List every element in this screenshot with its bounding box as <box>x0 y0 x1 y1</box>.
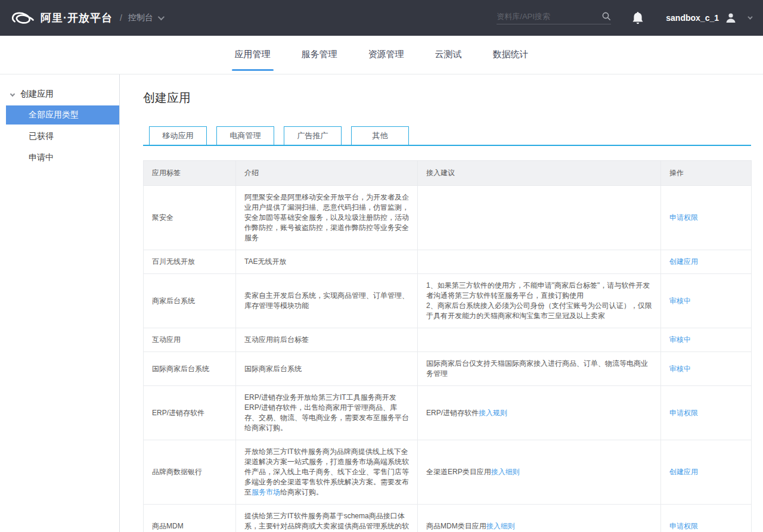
inline-link[interactable]: 接入规则 <box>479 409 507 417</box>
sidebar-item[interactable]: 全部应用类型 <box>6 105 119 125</box>
table-row: 互动应用互动应用前后台标签审核中 <box>144 328 752 352</box>
table-body: 聚安全阿里聚安全是阿里移动安全开放平台，为开发者及企业用户提供了漏洞扫描、恶意代… <box>144 186 752 532</box>
nav-tab[interactable]: 应用管理 <box>234 36 272 74</box>
app-label-cell: 百川无线开放 <box>144 250 236 274</box>
nav-tab[interactable]: 服务管理 <box>300 36 339 74</box>
nav-tab[interactable]: 云测试 <box>434 36 463 74</box>
page-title: 创建应用 <box>143 90 752 106</box>
inline-link[interactable]: 接入细则 <box>491 468 520 476</box>
text-segment: 国际商家后台系统 <box>244 365 302 373</box>
app-label-cell: 国际商家后台系统 <box>144 352 236 386</box>
app-label-cell: 商家后台系统 <box>144 274 236 328</box>
intro-cell: 提供给第三方IT软件服务商基于schema商品接口体系，主要针对品牌商或大卖家提… <box>236 505 418 532</box>
app-table: 应用标签介绍接入建议操作 聚安全阿里聚安全是阿里移动安全开放平台，为开发者及企业… <box>143 160 752 532</box>
action-link[interactable]: 申请权限 <box>669 213 698 222</box>
chevron-down-icon <box>158 14 165 20</box>
sidebar-group-create-app[interactable]: 创建应用 <box>0 85 119 103</box>
action-cell: 审核中 <box>661 328 752 352</box>
intro-cell: ERP/进销存业务开放给第三方IT工具服务商开发ERP/进销存软件，出售给商家用… <box>236 386 418 440</box>
action-cell: 创建应用 <box>661 440 752 505</box>
action-link[interactable]: 创建应用 <box>669 257 698 266</box>
category-tabs: 移动应用电商管理广告推广其他 <box>143 126 751 146</box>
action-link[interactable]: 审核中 <box>669 365 691 373</box>
intro-cell: 阿里聚安全是阿里移动安全开放平台，为开发者及企业用户提供了漏洞扫描、恶意代码扫描… <box>236 186 418 250</box>
intro-cell: 互动应用前后台标签 <box>236 328 418 352</box>
breadcrumb[interactable]: 控制台 <box>128 13 153 23</box>
category-tab[interactable]: 广告推广 <box>284 126 342 145</box>
sidebar-items: 全部应用类型已获得申请中 <box>0 105 119 167</box>
nav-tab[interactable]: 数据统计 <box>492 36 530 74</box>
sidebar-item[interactable]: 已获得 <box>0 127 119 146</box>
category-tab[interactable]: 移动应用 <box>149 126 207 145</box>
column-header: 应用标签 <box>144 161 236 186</box>
brand-title: 阿里·开放平台 <box>41 11 113 25</box>
chevron-down-icon <box>10 92 15 97</box>
sidebar-group-label: 创建应用 <box>20 89 54 99</box>
action-link[interactable]: 创建应用 <box>669 468 698 476</box>
action-cell: 申请权限 <box>661 386 752 440</box>
text-segment: 提供给第三方IT软件服务商基于schema商品接口体系，主要针对品牌商或大卖家提… <box>244 512 409 532</box>
text-segment: TAE无线开放 <box>244 257 286 266</box>
text-segment: 1、如果第三方软件的使用方，不能申请"商家后台标签"，请与软件开发者沟通将第三方… <box>426 281 652 320</box>
table-row: 商家后台系统卖家自主开发后台系统，实现商品管理、订单管理、库存管理等模块功能1、… <box>144 274 752 328</box>
text-segment: 商品MDM类目应用 <box>426 522 486 530</box>
text-segment: ERP/进销存软件 <box>426 409 479 417</box>
chevron-down-icon <box>748 14 752 19</box>
advice-cell <box>418 250 661 274</box>
main-content: 创建应用 移动应用电商管理广告推广其他 应用标签介绍接入建议操作 聚安全阿里聚安… <box>120 74 763 532</box>
table-header-row: 应用标签介绍接入建议操作 <box>144 161 752 186</box>
column-header: 接入建议 <box>418 161 661 186</box>
user-menu[interactable]: sandbox_c_1 <box>666 12 751 24</box>
intro-cell: 卖家自主开发后台系统，实现商品管理、订单管理、库存管理等模块功能 <box>236 274 418 328</box>
brand[interactable]: 阿里·开放平台 / 控制台 <box>8 9 163 27</box>
table-row: 国际商家后台系统国际商家后台系统国际商家后台仅支持天猫国际商家接入进行商品、订单… <box>144 352 752 386</box>
app-label-cell: 品牌商数据银行 <box>144 440 236 505</box>
text-segment: 给商家订购。 <box>280 488 323 496</box>
table-row: ERP/进销存软件ERP/进销存业务开放给第三方IT工具服务商开发ERP/进销存… <box>144 386 752 440</box>
category-tab[interactable]: 电商管理 <box>216 126 274 145</box>
action-link[interactable]: 审核中 <box>669 297 691 305</box>
sidebar: 创建应用 全部应用类型已获得申请中 <box>0 74 120 532</box>
action-cell: 申请权限 <box>661 186 752 250</box>
intro-cell: 开放给第三方IT软件服务商为品牌商提供线上线下全渠道解决方案一站式服务，打造服务… <box>236 440 418 505</box>
search-input[interactable] <box>497 12 601 21</box>
text-segment: 全渠道ERP类目应用 <box>426 468 491 476</box>
action-link[interactable]: 审核中 <box>669 335 691 344</box>
intro-cell: 国际商家后台系统 <box>236 352 418 386</box>
category-tab[interactable]: 其他 <box>351 126 409 145</box>
user-avatar-icon <box>725 12 737 24</box>
table-row: 品牌商数据银行开放给第三方IT软件服务商为品牌商提供线上线下全渠道解决方案一站式… <box>144 440 752 505</box>
advice-cell <box>418 186 661 250</box>
inline-link[interactable]: 接入细则 <box>486 522 515 530</box>
column-header: 介绍 <box>236 161 418 186</box>
text-segment: 互动应用前后台标签 <box>244 335 309 344</box>
text-segment: ERP/进销存业务开放给第三方IT工具服务商开发ERP/进销存软件，出售给商家用… <box>244 393 409 432</box>
sidebar-item[interactable]: 申请中 <box>0 148 119 167</box>
intro-cell: TAE无线开放 <box>236 250 418 274</box>
text-segment: 卖家自主开发后台系统，实现商品管理、订单管理、库存管理等模块功能 <box>244 291 409 310</box>
alibaba-logo-icon <box>8 9 36 27</box>
advice-cell: 商品MDM类目应用接入细则 <box>418 505 661 532</box>
top-header: 阿里·开放平台 / 控制台 sandbox_c_1 <box>0 0 763 36</box>
table-row: 百川无线开放TAE无线开放创建应用 <box>144 250 752 274</box>
header-search[interactable] <box>497 11 611 24</box>
advice-cell: 全渠道ERP类目应用接入细则 <box>418 440 661 505</box>
advice-cell: 国际商家后台仅支持天猫国际商家接入进行商品、订单、物流等电商业务管理 <box>418 352 661 386</box>
action-cell: 审核中 <box>661 274 752 328</box>
nav-tab[interactable]: 资源管理 <box>367 36 405 74</box>
app-label-cell: 商品MDM <box>144 505 236 532</box>
app-label-cell: 聚安全 <box>144 186 236 250</box>
table-row: 商品MDM提供给第三方IT软件服务商基于schema商品接口体系，主要针对品牌商… <box>144 505 752 532</box>
app-label-cell: 互动应用 <box>144 328 236 352</box>
text-segment: 阿里聚安全是阿里移动安全开放平台，为开发者及企业用户提供了漏洞扫描、恶意代码扫描… <box>244 193 409 242</box>
action-link[interactable]: 申请权限 <box>669 409 698 417</box>
advice-cell <box>418 328 661 352</box>
action-cell: 审核中 <box>661 352 752 386</box>
advice-cell: ERP/进销存软件接入规则 <box>418 386 661 440</box>
advice-cell: 1、如果第三方软件的使用方，不能申请"商家后台标签"，请与软件开发者沟通将第三方… <box>418 274 661 328</box>
search-icon[interactable] <box>601 11 611 21</box>
inline-link[interactable]: 服务市场 <box>252 488 280 496</box>
username: sandbox_c_1 <box>666 13 719 23</box>
notification-bell-icon[interactable] <box>631 11 644 25</box>
action-link[interactable]: 申请权限 <box>669 522 698 530</box>
